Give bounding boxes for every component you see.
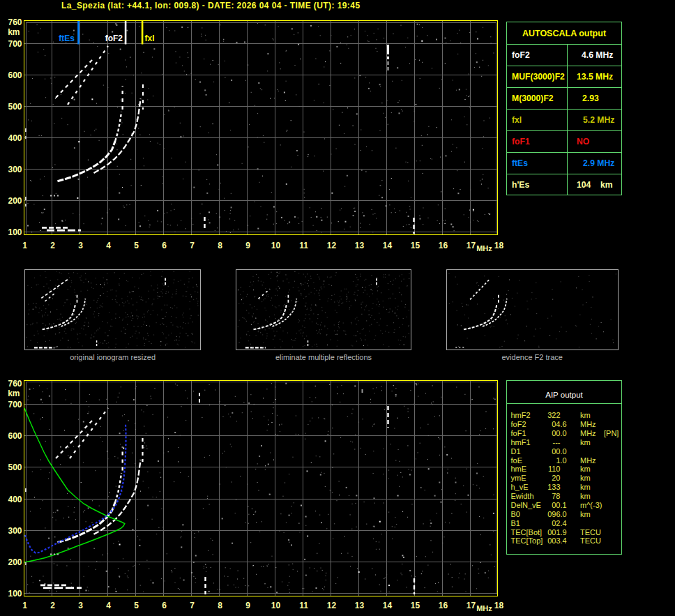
svg-text:km: km — [580, 492, 591, 500]
svg-text:8: 8 — [218, 241, 222, 250]
svg-text:MHz: MHz — [580, 420, 596, 428]
svg-text:400: 400 — [8, 133, 22, 143]
svg-text:13.5 MHz: 13.5 MHz — [577, 72, 613, 82]
svg-text:5.2 MHz: 5.2 MHz — [583, 115, 614, 125]
svg-text:17: 17 — [467, 601, 476, 610]
svg-text:MHz: MHz — [476, 244, 492, 253]
svg-text:17: 17 — [467, 241, 476, 250]
svg-text:eliminate multiple reflections: eliminate multiple reflections — [275, 353, 372, 361]
svg-text:TEC[Bot]: TEC[Bot] — [511, 528, 543, 536]
svg-text:.4: .4 — [561, 536, 567, 545]
svg-text:foF2: foF2 — [512, 50, 530, 60]
svg-text:M(3000)F2: M(3000)F2 — [512, 93, 554, 103]
svg-text:300: 300 — [8, 526, 22, 536]
svg-text:km: km — [8, 27, 20, 37]
svg-text:04: 04 — [552, 420, 560, 428]
svg-text:TECU: TECU — [580, 528, 601, 536]
svg-text:D1: D1 — [511, 447, 521, 456]
svg-text:MHz: MHz — [580, 429, 596, 437]
svg-text:h_vE: h_vE — [511, 483, 529, 491]
svg-text:00: 00 — [552, 447, 560, 456]
svg-text:DelN_vE: DelN_vE — [511, 501, 541, 509]
svg-text:78: 78 — [552, 492, 560, 500]
svg-text:3: 3 — [78, 601, 83, 610]
svg-text:NO: NO — [577, 137, 589, 147]
svg-text:18: 18 — [494, 241, 504, 250]
svg-text:16: 16 — [439, 601, 448, 610]
svg-text:foF2: foF2 — [511, 420, 526, 428]
svg-text:8: 8 — [218, 601, 222, 610]
svg-text:10: 10 — [271, 601, 281, 610]
svg-text:12: 12 — [327, 241, 337, 250]
svg-text:4: 4 — [106, 601, 111, 610]
svg-text:700: 700 — [8, 400, 22, 410]
svg-text:km: km — [8, 389, 20, 398]
svg-text:ftEs: ftEs — [59, 33, 75, 43]
svg-text:4.6 MHz: 4.6 MHz — [582, 50, 613, 60]
svg-text:200: 200 — [8, 196, 22, 206]
svg-text:.0: .0 — [561, 510, 567, 518]
svg-text:9: 9 — [245, 601, 250, 610]
svg-text:AUTOSCALA output: AUTOSCALA output — [522, 29, 607, 38]
svg-text:7: 7 — [190, 241, 195, 250]
svg-text:original ionogram resized: original ionogram resized — [70, 353, 156, 361]
svg-text:foF1: foF1 — [512, 137, 530, 147]
svg-text:La_Spezia (lat: +44.1, lon: 00: La_Spezia (lat: +44.1, lon: 009.8) - DAT… — [61, 1, 360, 10]
svg-text:2: 2 — [50, 601, 55, 610]
svg-text:00: 00 — [552, 501, 560, 509]
svg-text:AIP output: AIP output — [545, 391, 583, 399]
svg-text:.0: .0 — [561, 456, 567, 465]
svg-text:6: 6 — [162, 601, 167, 610]
svg-text:---: --- — [553, 438, 561, 446]
svg-text:foF2: foF2 — [105, 33, 123, 43]
svg-text:096: 096 — [547, 510, 560, 518]
svg-text:B1: B1 — [511, 519, 520, 527]
svg-text:500: 500 — [8, 102, 22, 112]
svg-text:.0: .0 — [561, 447, 567, 456]
svg-text:km: km — [580, 465, 591, 473]
svg-text:[PN]: [PN] — [604, 429, 619, 437]
svg-text:18: 18 — [494, 601, 504, 610]
svg-text:MHz: MHz — [580, 456, 596, 465]
svg-text:1: 1 — [22, 241, 27, 250]
svg-text:evidence F2 trace: evidence F2 trace — [501, 353, 562, 361]
svg-text:km: km — [580, 483, 591, 491]
svg-text:2.9 MHz: 2.9 MHz — [583, 158, 614, 168]
svg-text:760: 760 — [8, 17, 22, 27]
svg-text:00: 00 — [552, 429, 560, 437]
svg-text:MUF(3000)F2: MUF(3000)F2 — [512, 72, 565, 82]
svg-text:15: 15 — [411, 601, 420, 610]
svg-text:2: 2 — [50, 241, 55, 250]
svg-text:600: 600 — [8, 70, 22, 80]
svg-text:4: 4 — [106, 241, 111, 250]
svg-text:km: km — [580, 474, 591, 482]
svg-text:760: 760 — [8, 379, 22, 389]
svg-text:100: 100 — [8, 227, 22, 237]
svg-text:13: 13 — [355, 241, 365, 250]
svg-text:h'Es: h'Es — [512, 180, 529, 190]
svg-text:m^(-3): m^(-3) — [580, 501, 602, 509]
svg-text:km: km — [580, 510, 591, 518]
svg-text:700: 700 — [8, 39, 22, 49]
svg-text:hmF2: hmF2 — [511, 411, 531, 419]
svg-text:TECU: TECU — [580, 536, 601, 545]
svg-text:400: 400 — [8, 495, 22, 504]
svg-text:133: 133 — [547, 483, 560, 491]
svg-text:5: 5 — [134, 241, 139, 250]
svg-text:9: 9 — [245, 241, 250, 250]
svg-text:2.93: 2.93 — [582, 93, 599, 103]
svg-text:500: 500 — [8, 463, 22, 472]
svg-text:11: 11 — [299, 601, 308, 610]
svg-text:ymE: ymE — [511, 474, 526, 482]
svg-text:foF1: foF1 — [511, 429, 526, 437]
svg-text:.1: .1 — [561, 501, 567, 509]
svg-text:16: 16 — [439, 241, 448, 250]
svg-text:B0: B0 — [511, 510, 520, 518]
svg-text:.9: .9 — [561, 528, 567, 536]
svg-text:1: 1 — [22, 601, 27, 610]
svg-text:.0: .0 — [561, 429, 567, 437]
svg-text:km: km — [580, 411, 591, 419]
svg-text:110: 110 — [548, 465, 561, 473]
svg-text:104 km: 104 km — [577, 180, 613, 190]
svg-text:fxl: fxl — [145, 33, 155, 43]
